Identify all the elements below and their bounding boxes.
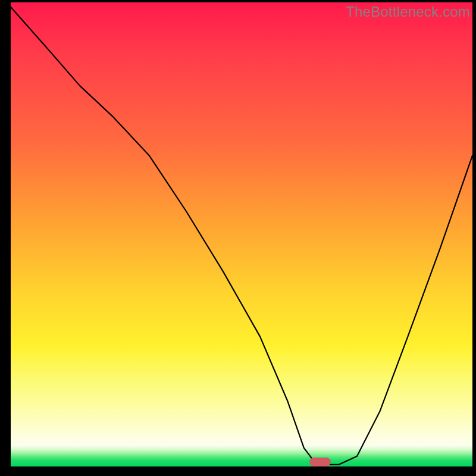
plot-area [11, 2, 472, 466]
frame-left [0, 0, 11, 476]
bottleneck-chart: TheBottleneck.com [0, 0, 476, 476]
curve-layer [11, 2, 472, 466]
frame-bottom [0, 466, 476, 476]
optimal-marker [309, 458, 331, 466]
watermark-text: TheBottleneck.com [346, 4, 470, 20]
frame-right [472, 0, 476, 476]
bottleneck-curve [11, 7, 472, 465]
